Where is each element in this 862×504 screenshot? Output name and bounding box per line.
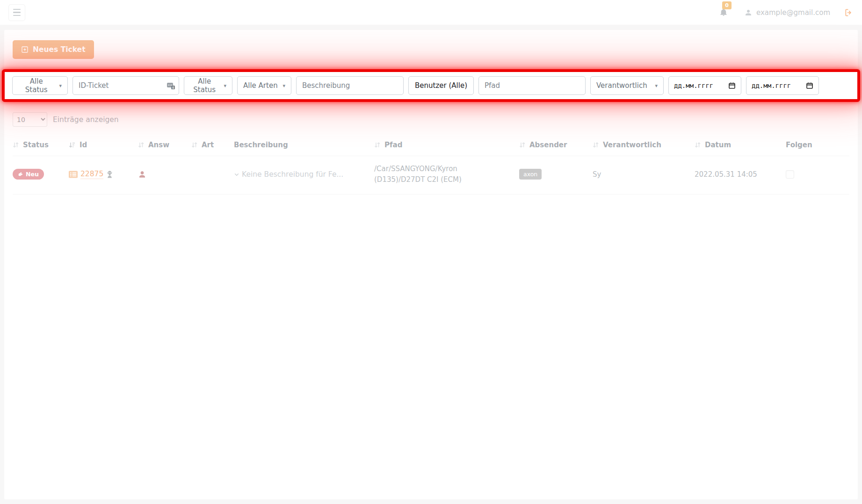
- navbar-right: 0 example@gmail.com: [719, 8, 854, 17]
- menu-icon: [13, 9, 21, 10]
- cell-pfad: /Car/SSANGYONG/Kyron (D135)/D27DT C2I (E…: [374, 164, 519, 185]
- cell-beschreibung[interactable]: Keine Beschreibung für Fe...: [234, 170, 374, 179]
- sort-icon[interactable]: [191, 142, 197, 148]
- caret-down-icon: ▾: [224, 83, 226, 89]
- user-icon: [745, 9, 752, 16]
- caret-down-icon: ▾: [59, 83, 62, 89]
- header-art[interactable]: Art: [191, 141, 234, 149]
- notifications-button[interactable]: 0: [719, 8, 728, 17]
- pfad-input[interactable]: [478, 76, 586, 95]
- header-datum[interactable]: Datum: [695, 141, 786, 149]
- verantwortlich-label: Verantwortlich: [596, 81, 647, 90]
- status-filter-dropdown[interactable]: Alle Status ▾: [12, 76, 68, 95]
- id-ticket-field-wrap: 4: [72, 76, 179, 95]
- numpad-icon: 4: [167, 82, 175, 89]
- caret-down-icon: ▾: [283, 83, 285, 89]
- notification-badge: 0: [722, 1, 732, 9]
- ticket-icon: [18, 172, 23, 177]
- new-ticket-label: Neues Ticket: [33, 45, 86, 54]
- calendar-icon: [806, 82, 813, 89]
- menu-button[interactable]: [8, 4, 25, 21]
- date-from-input[interactable]: дд.мм.гггг: [668, 76, 741, 95]
- sort-icon[interactable]: [593, 142, 599, 148]
- date-to-value: дд.мм.гггг: [752, 82, 791, 89]
- entries-label: Einträge anzeigen: [53, 115, 119, 124]
- cell-status: Neu: [13, 169, 69, 180]
- cell-answ: [138, 170, 191, 179]
- cell-id: 22875: [69, 170, 138, 179]
- filter-bar: Alle Status ▾ 4 Alle Status ▾ Alle Arten…: [12, 76, 850, 95]
- header-absender[interactable]: Absender: [519, 141, 593, 149]
- logout-button[interactable]: [844, 8, 854, 17]
- main-panel: Neues Ticket Alle Status ▾ 4 Alle Status…: [4, 30, 858, 499]
- arten-filter-dropdown[interactable]: Alle Arten ▾: [237, 76, 291, 95]
- status2-filter-dropdown[interactable]: Alle Status ▾: [184, 76, 232, 95]
- sort-icon[interactable]: [374, 142, 380, 148]
- plus-square-icon: [21, 46, 29, 53]
- user-secret-icon: [106, 171, 113, 178]
- caret-down-icon: ▾: [655, 83, 658, 89]
- folgen-checkbox[interactable]: [786, 170, 794, 179]
- benutzer-filter-button[interactable]: Benutzer (Alle): [408, 76, 474, 95]
- beschreibung-input[interactable]: [296, 76, 404, 95]
- header-verantwortlich[interactable]: Verantwortlich: [593, 141, 695, 149]
- status-badge: Neu: [13, 169, 44, 180]
- header-answ[interactable]: Answ: [138, 141, 191, 149]
- table-row: Neu 22875 Keine Beschreibung für Fe...: [13, 156, 849, 194]
- filter-bar-highlight: Alle Status ▾ 4 Alle Status ▾ Alle Arten…: [2, 69, 860, 102]
- sort-icon[interactable]: [138, 142, 144, 148]
- list-controls: 10 Einträge anzeigen: [13, 112, 849, 127]
- page-size-select[interactable]: 10: [13, 112, 47, 127]
- header-folgen: Folgen: [786, 141, 849, 149]
- user-menu[interactable]: example@gmail.com: [745, 8, 830, 17]
- date-from-value: дд.мм.гггг: [674, 82, 713, 89]
- header-beschreibung[interactable]: Beschreibung: [234, 141, 374, 149]
- id-ticket-input[interactable]: [72, 76, 179, 95]
- header-status[interactable]: Status: [13, 141, 69, 149]
- cell-verantwortlich: Sy: [593, 170, 695, 179]
- sort-icon[interactable]: [519, 142, 525, 148]
- sort-icon[interactable]: [695, 142, 701, 148]
- arten-filter-label: Alle Arten: [243, 81, 278, 90]
- ticket-id-link[interactable]: 22875: [80, 170, 103, 179]
- header-pfad[interactable]: Pfad: [374, 141, 519, 149]
- new-ticket-button[interactable]: Neues Ticket: [13, 40, 94, 59]
- chevron-down-icon: [234, 172, 239, 177]
- person-icon: [138, 170, 146, 179]
- status-filter-label: Alle Status: [18, 77, 54, 94]
- verantwortlich-dropdown[interactable]: Verantwortlich ▾: [590, 76, 664, 95]
- date-to-input[interactable]: дд.мм.гггг: [746, 76, 819, 95]
- cell-folgen: [786, 170, 849, 179]
- sort-icon[interactable]: [13, 142, 19, 148]
- logout-icon: [844, 8, 854, 17]
- cell-absender: axon: [519, 169, 593, 180]
- absender-badge: axon: [519, 169, 542, 180]
- top-navbar: 0 example@gmail.com: [0, 0, 862, 25]
- sort-active-icon[interactable]: [69, 142, 75, 148]
- cell-datum: 2022.05.31 14:05: [695, 170, 786, 179]
- user-email: example@gmail.com: [756, 8, 830, 17]
- table-header-row: Status Id Answ Art Beschreibung Pfad Abs…: [13, 138, 849, 156]
- header-id[interactable]: Id: [69, 141, 138, 149]
- svg-text:4: 4: [172, 86, 174, 90]
- list-icon: [69, 171, 78, 178]
- calendar-icon: [728, 82, 736, 89]
- status2-filter-label: Alle Status: [190, 77, 219, 94]
